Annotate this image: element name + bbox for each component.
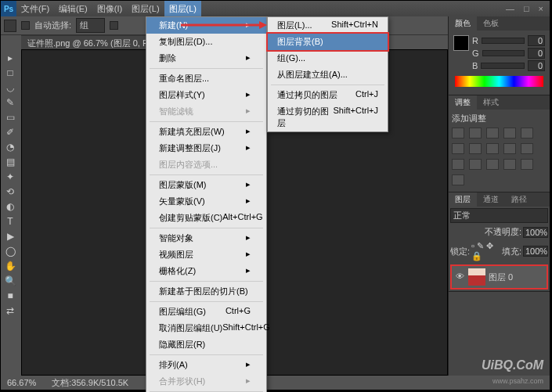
zoom-level[interactable]: 66.67% — [7, 378, 36, 387]
fill-value[interactable]: 100% — [523, 246, 548, 257]
value-B[interactable]: 0 — [528, 60, 545, 71]
tool-15[interactable]: 🔍 — [1, 274, 20, 288]
tool-12[interactable]: ▶ — [1, 229, 20, 243]
tab-channels[interactable]: 通道 — [477, 192, 505, 207]
submenu-item[interactable]: 从图层建立组(A)... — [268, 67, 388, 83]
menu-item[interactable]: 新建基于图层的切片(B) — [146, 283, 266, 300]
menu-item[interactable]: 矢量蒙版(V) — [146, 193, 266, 210]
auto-select-dropdown[interactable]: 组 — [76, 18, 105, 33]
tool-11[interactable]: T — [1, 214, 20, 228]
adjustment-icon-10[interactable] — [452, 159, 464, 170]
menu-item[interactable]: 创建剪贴蒙版(C)Alt+Ctrl+G — [146, 210, 266, 226]
menu-item[interactable]: 删除 — [146, 50, 266, 67]
move-tool-icon[interactable] — [4, 20, 16, 32]
value-G[interactable]: 0 — [528, 48, 545, 59]
adjustment-icon-2[interactable] — [486, 128, 499, 138]
menu-2[interactable]: 图像(I) — [92, 1, 127, 16]
adjustment-icon-3[interactable] — [503, 128, 516, 138]
tool-0[interactable]: ▸ — [1, 51, 20, 65]
new-submenu-dropdown: 图层(L)...Shift+Ctrl+N图层背景(B)组(G)...从图层建立组… — [267, 16, 388, 132]
layer-name[interactable]: 图层 0 — [489, 272, 513, 283]
transform-checkbox[interactable] — [110, 21, 118, 30]
adjustment-icon-7[interactable] — [486, 143, 499, 154]
adjustment-icon-0[interactable] — [452, 128, 464, 138]
adjustment-icon-9[interactable] — [521, 143, 533, 154]
foreground-color[interactable] — [453, 35, 469, 51]
auto-select-label: 自动选择: — [34, 20, 71, 31]
layer-menu-dropdown: 新建(N)复制图层(D)...删除重命名图层...图层样式(Y)智能滤镜新建填充… — [146, 16, 267, 392]
tool-7[interactable]: ▤ — [1, 155, 20, 169]
submenu-item[interactable]: 图层(L)...Shift+Ctrl+N — [268, 17, 388, 34]
lock-icons[interactable]: ▫ ✎ ✥ 🔒 — [471, 241, 500, 261]
submenu-item[interactable]: 图层背景(B) — [266, 32, 389, 52]
slider-G[interactable] — [482, 50, 525, 56]
menu-item[interactable]: 重命名图层... — [146, 70, 266, 87]
adjustment-icon-6[interactable] — [469, 143, 482, 154]
menu-item[interactable]: 图层编组(G)Ctrl+G — [146, 304, 266, 320]
menu-item[interactable]: 智能对象 — [146, 230, 266, 246]
value-R[interactable]: 0 — [528, 35, 545, 46]
minimize-button[interactable]: — — [506, 4, 514, 13]
adjustment-icon-13[interactable] — [503, 159, 516, 170]
tool-14[interactable]: ✋ — [1, 259, 20, 273]
blend-mode-dropdown[interactable]: 正常 — [450, 208, 548, 223]
menu-item[interactable]: 栅格化(Z) — [146, 263, 266, 279]
slider-B[interactable] — [481, 63, 525, 69]
tab-styles[interactable]: 样式 — [477, 95, 505, 110]
tool-13[interactable]: ◯ — [1, 244, 20, 258]
menu-0[interactable]: 文件(F) — [16, 1, 54, 16]
adjustment-icon-15[interactable] — [452, 174, 464, 185]
slider-R[interactable] — [482, 38, 525, 44]
menu-item: 合并形状(H) — [146, 373, 266, 390]
submenu-item[interactable]: 组(G)... — [268, 50, 388, 67]
adjustment-icon-5[interactable] — [452, 143, 464, 154]
menu-1[interactable]: 编辑(E) — [54, 1, 92, 16]
menu-item[interactable]: 视频图层 — [146, 246, 266, 263]
color-spectrum[interactable] — [455, 76, 543, 87]
tool-16[interactable]: ■ — [1, 289, 20, 303]
menu-item[interactable]: 隐藏图层(R) — [146, 336, 266, 353]
adjustment-icon-12[interactable] — [486, 159, 499, 170]
opacity-value[interactable]: 100% — [523, 227, 548, 238]
menu-item[interactable]: 排列(A) — [146, 357, 266, 373]
auto-select-checkbox[interactable] — [21, 21, 30, 30]
tab-color[interactable]: 颜色 — [449, 16, 477, 31]
menu-item[interactable]: 取消图层编组(U)Shift+Ctrl+G — [146, 320, 266, 336]
adjustment-icon-8[interactable] — [503, 143, 516, 154]
menu-item[interactable]: 复制图层(D)... — [146, 34, 266, 50]
visibility-icon[interactable]: 👁 — [454, 272, 465, 282]
menu-item[interactable]: 图层样式(Y) — [146, 87, 266, 103]
tool-17[interactable]: ⇄ — [1, 304, 20, 318]
tab-swatches[interactable]: 色板 — [477, 16, 505, 31]
tool-3[interactable]: ✎ — [1, 95, 20, 110]
submenu-item[interactable]: 通过剪切的图层Shift+Ctrl+J — [268, 103, 388, 131]
adjustment-icon-14[interactable] — [521, 159, 533, 170]
tool-5[interactable]: ✐ — [1, 125, 20, 139]
doc-size: 文档:356.9K/510.5K — [52, 377, 128, 389]
tab-layers[interactable]: 图层 — [449, 192, 477, 207]
menu-item[interactable]: 新建填充图层(W) — [146, 124, 266, 140]
menu-item[interactable]: 新建调整图层(J) — [146, 140, 266, 156]
adjustment-icon-4[interactable] — [521, 128, 533, 138]
tool-9[interactable]: ⟲ — [1, 185, 20, 199]
svg-marker-1 — [259, 21, 267, 29]
maximize-button[interactable]: □ — [524, 4, 529, 13]
tool-8[interactable]: ✦ — [1, 170, 20, 184]
tool-1[interactable]: □ — [1, 66, 20, 80]
tool-4[interactable]: ▭ — [1, 110, 20, 124]
tool-2[interactable]: ◡ — [1, 81, 20, 95]
menu-item[interactable]: 图层蒙版(M) — [146, 177, 266, 193]
close-button[interactable]: × — [539, 4, 543, 13]
adjustment-icon-11[interactable] — [469, 159, 482, 170]
tab-paths[interactable]: 路径 — [505, 192, 533, 207]
adjustment-icon-1[interactable] — [469, 128, 482, 138]
submenu-item[interactable]: 通过拷贝的图层Ctrl+J — [268, 87, 388, 103]
tool-6[interactable]: ◔ — [1, 140, 20, 154]
tab-adjustments[interactable]: 调整 — [449, 95, 477, 110]
layer-thumbnail[interactable] — [468, 268, 485, 286]
menu-3[interactable]: 图层(L) — [127, 1, 164, 16]
menu-4[interactable]: 图层(L) — [164, 1, 201, 16]
adjustments-title: 添加调整 — [452, 113, 547, 124]
layer-row[interactable]: 👁 图层 0 — [450, 264, 548, 290]
tool-10[interactable]: ◐ — [1, 200, 20, 214]
